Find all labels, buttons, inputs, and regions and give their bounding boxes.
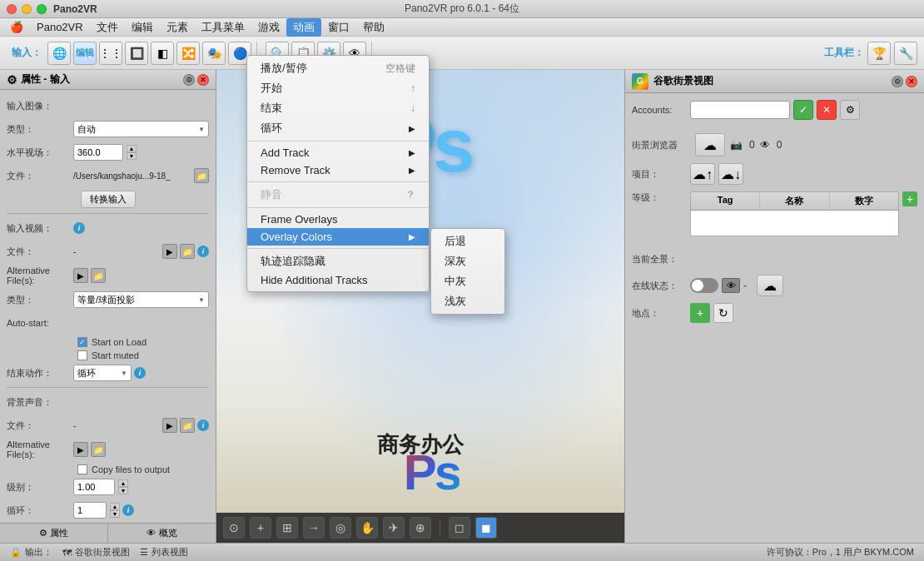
accounts-delete-btn[interactable]: ✕ [817,100,837,120]
toolbar-view-btn1[interactable]: 🔍 [266,42,289,65]
online-cloud-btn[interactable]: ☁ [757,275,783,296]
alt-play[interactable]: ▶ [73,268,88,283]
hfov-input[interactable]: 360.0 [73,144,123,161]
add-grade-btn[interactable]: + [902,191,917,206]
info-icon-video[interactable]: i [73,222,85,234]
bg-play[interactable]: ▶ [162,418,177,433]
file2-browse[interactable]: 📁 [180,244,195,259]
window-title: Pano2VR pro 6.0.1 - 64位 [405,2,519,16]
accounts-select[interactable] [690,101,790,119]
location-add-btn[interactable]: + [690,303,710,323]
convert-btn[interactable]: 转换输入 [81,191,136,208]
canvas-bg: Ps 商务办公 Ps [216,70,624,543]
hfov-down[interactable]: ▼ [127,152,137,160]
start-on-load-checkbox[interactable]: ✓ [77,337,87,347]
online-eye-btn[interactable]: 👁 [722,278,740,293]
canvas-tool-add[interactable]: + [250,517,271,539]
end-action-select[interactable]: 循环 ▼ [73,365,132,381]
loop-input[interactable]: 1 [73,502,107,519]
start-muted-checkbox[interactable] [77,350,87,360]
accounts-check-btn[interactable]: ✓ [793,100,813,120]
end-action-info[interactable]: i [134,367,146,379]
bg-browse[interactable]: 📁 [180,418,195,433]
canvas-tool-compass[interactable]: ⊙ [223,517,245,539]
canvas-tool-fill[interactable]: ◼ [475,517,497,539]
maximize-button[interactable] [37,4,47,14]
level-row: 级别： 1.00 ▲ ▼ [7,478,209,496]
right-panel-close[interactable]: ✕ [906,76,917,87]
menu-pano2vr[interactable]: Pano2VR [30,19,90,35]
tab-overview[interactable]: 👁 概览 [108,524,216,543]
panel-close-btn[interactable]: ✕ [197,74,209,86]
tab-properties[interactable]: ⚙ 属性 [0,524,108,543]
menu-elements[interactable]: 元素 [160,18,195,37]
type2-select[interactable]: 等量/球面投影 ▼ [73,291,209,308]
level-down[interactable]: ▼ [118,487,128,494]
bg-alt-row: Alternative File(s): ▶ 📁 [7,439,209,459]
canvas-tool-arrow[interactable]: → [303,517,325,539]
project-upload-btn[interactable]: ☁↑ [690,163,715,185]
list-view-btn[interactable]: ☰ 列表视图 [140,546,188,559]
online-toggle[interactable] [690,278,718,293]
menu-tools[interactable]: 工具菜单 [195,18,251,37]
canvas-tool-nav[interactable]: ✈ [383,517,405,539]
canvas-tool-crosshair[interactable]: ⊕ [410,517,431,539]
input-image-label: 输入图像： [7,100,73,112]
type2-row: 类型： 等量/球面投影 ▼ [7,290,209,309]
loop-down[interactable]: ▼ [110,510,120,518]
file2-play[interactable]: ▶ [162,244,177,259]
toolbar-btn3[interactable]: ⋮⋮ [99,42,122,65]
bg-alt-label: Alternative File(s): [7,439,73,459]
toolbar-view-btn3[interactable]: ⚙️ [317,42,340,65]
canvas-tool-hotspot[interactable]: ◎ [330,517,351,539]
menu-apple[interactable]: 🍎 [3,19,30,35]
location-refresh-btn[interactable]: ↻ [713,303,733,323]
menu-help[interactable]: 帮助 [356,18,391,37]
toolbar-right-btn1[interactable]: 🏆 [867,42,891,65]
menu-file[interactable]: 文件 [90,18,125,37]
hfov-up[interactable]: ▲ [127,145,137,152]
accounts-gear-btn[interactable]: ⚙ [840,100,860,120]
google-map-icon-status: 🗺 [62,548,72,558]
grade-row: 等级： Tag 名称 数字 + [632,191,917,236]
toolbar-btn5[interactable]: ◧ [151,42,174,65]
toolbar-btn7[interactable]: 🎭 [202,42,226,65]
close-button[interactable] [7,4,17,14]
loop-info[interactable]: i [122,504,134,516]
toolbar-view-btn2[interactable]: 📋 [291,42,315,65]
alt-browse[interactable]: 📁 [91,268,106,283]
right-panel-gear[interactable]: ⚙ [892,76,903,87]
toolbar-btn6[interactable]: 🔀 [176,42,200,65]
type-select[interactable]: 自动 ▼ [73,121,209,137]
file-browse-btn[interactable]: 📁 [194,168,209,183]
panel-gear-btn[interactable]: ⚙ [183,74,195,86]
toolbar-view-btn4[interactable]: 👁 [343,42,366,65]
menu-game[interactable]: 游戏 [251,18,286,37]
menu-edit[interactable]: 编辑 [125,18,160,37]
menu-window[interactable]: 窗口 [321,18,356,37]
loop-up[interactable]: ▲ [110,503,120,510]
google-output-btn[interactable]: 🗺 谷歌街景视图 [62,546,130,559]
level-input[interactable]: 1.00 [73,479,115,495]
output-btn[interactable]: 🔒 在线状态： 输出： [10,546,52,559]
canvas-tool-grid[interactable]: ⊞ [276,517,298,539]
minimize-button[interactable] [22,4,32,14]
level-up[interactable]: ▲ [118,479,128,487]
toolbar-btn8[interactable]: 🔵 [228,42,251,65]
canvas-tool-rect[interactable]: ◻ [449,517,470,539]
bg-alt-play[interactable]: ▶ [73,442,88,457]
menu-animation[interactable]: 动画 [286,18,321,37]
toolbar-edit-btn[interactable]: 编辑 [73,42,97,65]
toolbar-btn4[interactable]: 🔲 [125,42,148,65]
file2-info[interactable]: i [197,246,209,257]
copy-files-checkbox[interactable] [77,464,87,474]
toolbar-input-btn1[interactable]: 🌐 [47,42,71,65]
project-download-btn[interactable]: ☁↓ [718,163,743,185]
toolbar-right-btn2[interactable]: 🔧 [894,42,917,65]
bg-info[interactable]: i [197,420,209,431]
bg-alt-browse[interactable]: 📁 [91,442,106,457]
panel-scroll[interactable]: 输入图像： 类型： 自动 ▼ 水平视场： 360.0 [0,90,216,523]
right-panel-header: G 谷歌街景视图 ⚙ ✕ [625,70,924,93]
canvas-tool-hand[interactable]: ✋ [356,517,378,539]
street-cloud-btn[interactable]: ☁ [695,133,725,156]
